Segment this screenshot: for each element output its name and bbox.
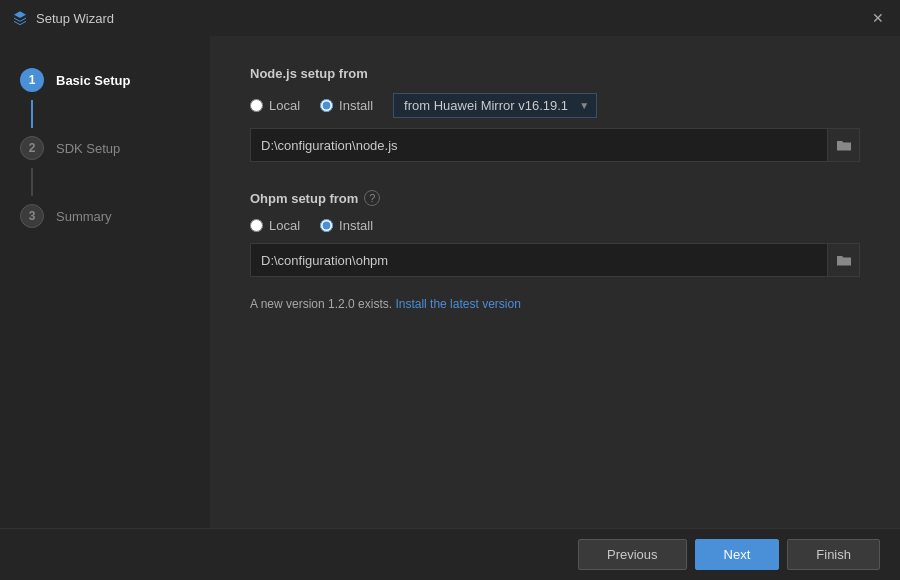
- nodejs-local-input[interactable]: [250, 99, 263, 112]
- nodejs-install-input[interactable]: [320, 99, 333, 112]
- window-title: Setup Wizard: [36, 11, 114, 26]
- version-notice-text: A new version 1.2.0 exists.: [250, 297, 392, 311]
- sidebar: 1 Basic Setup 2 SDK Setup 3 Summary: [0, 36, 210, 528]
- ohpm-install-label: Install: [339, 218, 373, 233]
- app-icon: [12, 10, 28, 26]
- nodejs-install-label: Install: [339, 98, 373, 113]
- folder-icon-ohpm: [836, 252, 852, 268]
- nodejs-radio-group: Local Install from Huawei Mirror v16.19.…: [250, 93, 860, 118]
- nodejs-mirror-dropdown[interactable]: from Huawei Mirror v16.19.1 from Officia…: [393, 93, 597, 118]
- ohpm-local-label: Local: [269, 218, 300, 233]
- ohpm-local-radio[interactable]: Local: [250, 218, 300, 233]
- nodejs-local-label: Local: [269, 98, 300, 113]
- step-circle-3: 3: [20, 204, 44, 228]
- ohpm-section: Ohpm setup from ? Local Install: [250, 190, 860, 311]
- ohpm-browse-button[interactable]: [827, 244, 859, 276]
- nodejs-path-row: [250, 128, 860, 162]
- nodejs-install-radio[interactable]: Install: [320, 98, 373, 113]
- ohpm-radio-group: Local Install: [250, 218, 860, 233]
- step-item-summary: 3 Summary: [0, 196, 210, 236]
- install-latest-link[interactable]: Install the latest version: [395, 297, 520, 311]
- step-connector-1: [31, 100, 33, 128]
- previous-button[interactable]: Previous: [578, 539, 687, 570]
- ohpm-local-input[interactable]: [250, 219, 263, 232]
- step-row-3[interactable]: 3 Summary: [0, 196, 210, 236]
- step-item-basic-setup: 1 Basic Setup: [0, 60, 210, 128]
- nodejs-local-radio[interactable]: Local: [250, 98, 300, 113]
- close-button[interactable]: ✕: [868, 8, 888, 28]
- finish-button[interactable]: Finish: [787, 539, 880, 570]
- footer: Previous Next Finish: [0, 528, 900, 580]
- folder-icon: [836, 137, 852, 153]
- version-notice: A new version 1.2.0 exists. Install the …: [250, 297, 860, 311]
- step-circle-1: 1: [20, 68, 44, 92]
- nodejs-section-title: Node.js setup from: [250, 66, 368, 81]
- nodejs-section: Node.js setup from Local Install from Hu…: [250, 66, 860, 182]
- step-label-2: SDK Setup: [56, 141, 120, 156]
- nodejs-path-input[interactable]: [251, 131, 827, 160]
- help-icon[interactable]: ?: [364, 190, 380, 206]
- step-circle-2: 2: [20, 136, 44, 160]
- ohpm-section-title: Ohpm setup from: [250, 191, 358, 206]
- content-panel: Node.js setup from Local Install from Hu…: [210, 36, 900, 528]
- step-label-3: Summary: [56, 209, 112, 224]
- step-connector-2: [31, 168, 33, 196]
- step-item-sdk-setup: 2 SDK Setup: [0, 128, 210, 196]
- setup-wizard-window: Setup Wizard ✕ 1 Basic Setup 2 SDK Setup: [0, 0, 900, 580]
- nodejs-browse-button[interactable]: [827, 129, 859, 161]
- step-label-1: Basic Setup: [56, 73, 130, 88]
- next-button[interactable]: Next: [695, 539, 780, 570]
- nodejs-mirror-dropdown-wrapper: from Huawei Mirror v16.19.1 from Officia…: [393, 93, 597, 118]
- ohpm-path-row: [250, 243, 860, 277]
- ohpm-install-radio[interactable]: Install: [320, 218, 373, 233]
- ohpm-install-input[interactable]: [320, 219, 333, 232]
- titlebar: Setup Wizard ✕: [0, 0, 900, 36]
- ohpm-path-input[interactable]: [251, 246, 827, 275]
- step-row-2[interactable]: 2 SDK Setup: [0, 128, 210, 168]
- main-content: 1 Basic Setup 2 SDK Setup 3 Summary: [0, 36, 900, 528]
- step-row-1[interactable]: 1 Basic Setup: [0, 60, 210, 100]
